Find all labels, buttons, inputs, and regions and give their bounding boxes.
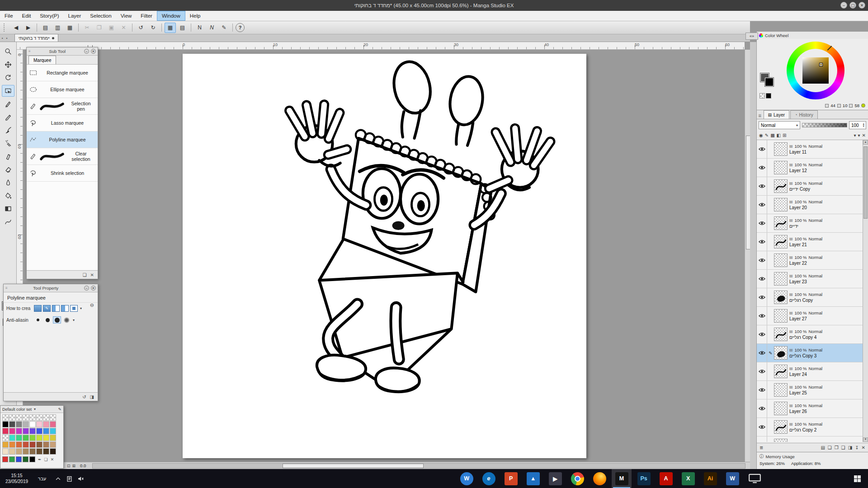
layer-row[interactable]: ▤100 %Normalידיים bbox=[757, 214, 868, 233]
color-set-header[interactable]: Default color set ▾ ✎ bbox=[0, 406, 63, 413]
pencil-tool[interactable] bbox=[2, 111, 14, 123]
menu-item-story-p[interactable]: Story(P) bbox=[35, 11, 63, 21]
menu-item-view[interactable]: View bbox=[116, 11, 137, 21]
color-swatch[interactable] bbox=[9, 448, 15, 455]
chevron-up-icon[interactable] bbox=[55, 476, 61, 482]
color-swatch[interactable] bbox=[9, 414, 15, 421]
menu-item-help[interactable]: Help bbox=[185, 11, 205, 21]
color-swatch[interactable] bbox=[50, 435, 56, 441]
visibility-eye-icon[interactable] bbox=[757, 251, 767, 269]
snap-grid-button[interactable]: ▤ bbox=[177, 23, 188, 33]
aa-weak-button[interactable] bbox=[43, 316, 52, 324]
color-swatch[interactable] bbox=[9, 441, 15, 448]
visibility-eye-icon[interactable] bbox=[757, 436, 767, 442]
visibility-eye-icon[interactable] bbox=[757, 307, 767, 325]
forward-button[interactable]: ▶ bbox=[23, 23, 34, 33]
move-tool[interactable] bbox=[2, 59, 14, 70]
quick-color-swatch[interactable] bbox=[16, 456, 22, 462]
maximize-button[interactable]: ▢ bbox=[849, 2, 856, 9]
taskbar-app-media-player[interactable]: ▶ bbox=[545, 469, 565, 488]
color-swatch[interactable] bbox=[43, 448, 49, 455]
color-swatch[interactable] bbox=[36, 414, 42, 421]
chevron-down-icon[interactable]: ▾ bbox=[854, 133, 856, 138]
color-swatch[interactable] bbox=[43, 421, 49, 427]
taskbar-app-photos[interactable]: ▲ bbox=[523, 469, 543, 488]
taskbar-app-illustrator[interactable]: Ai bbox=[700, 469, 720, 488]
sv-cursor[interactable] bbox=[820, 63, 822, 66]
color-swatch[interactable] bbox=[50, 448, 56, 455]
color-swatch[interactable] bbox=[43, 435, 49, 441]
canvas-viewport[interactable] bbox=[23, 50, 745, 462]
reset-settings-icon[interactable]: ↺ bbox=[82, 394, 86, 399]
rotate-canvas-tool[interactable] bbox=[2, 72, 14, 84]
layer-row[interactable]: ▤100 %NormalLayer 27 bbox=[757, 307, 868, 325]
color-swatch[interactable] bbox=[29, 441, 36, 448]
tool-property-titlebar[interactable]: ≡ Tool Property – ✕ bbox=[4, 284, 98, 292]
color-swatch[interactable] bbox=[36, 448, 42, 455]
color-wheel-header[interactable]: Color Wheel bbox=[757, 32, 868, 39]
layer-mask-icon[interactable]: ◨ bbox=[848, 445, 852, 450]
sub-tool-tab-marquee[interactable]: Marquee bbox=[28, 56, 56, 64]
black-swatch[interactable] bbox=[766, 93, 771, 99]
sub-tool-item-polyline-marquee[interactable]: Polyline marquee bbox=[27, 131, 98, 148]
magnifier-minus-icon[interactable]: ⊖ bbox=[90, 302, 94, 308]
color-swatch[interactable] bbox=[50, 421, 56, 427]
color-swatch[interactable] bbox=[50, 414, 56, 421]
foreground-background-colors[interactable] bbox=[760, 73, 774, 87]
color-swatch[interactable] bbox=[23, 441, 29, 448]
menu-item-layer[interactable]: Layer bbox=[64, 11, 86, 21]
taskbar-app-word-circle[interactable]: W bbox=[457, 469, 476, 488]
visibility-eye-icon[interactable] bbox=[757, 196, 767, 214]
visibility-eye-icon[interactable] bbox=[757, 381, 767, 399]
color-swatch[interactable] bbox=[2, 441, 9, 448]
canvas-horizontal-scrollbar[interactable] bbox=[92, 463, 745, 469]
create-mode-new-button[interactable] bbox=[34, 305, 42, 312]
opacity-spinner[interactable]: 100 ▲▼ bbox=[849, 121, 866, 129]
chevron-down-icon[interactable]: ▾ bbox=[34, 407, 36, 411]
fill-tool[interactable] bbox=[2, 190, 14, 202]
taskbar-app-chrome[interactable] bbox=[567, 469, 587, 488]
color-swatch[interactable] bbox=[2, 428, 9, 434]
transparent-color-selector[interactable] bbox=[760, 93, 771, 99]
layer-list-scrollbar[interactable]: ▲ ▼ bbox=[863, 140, 868, 442]
layer-row[interactable]: ▤100 %Normalרגליים Copy 4 bbox=[757, 325, 868, 344]
color-swatch[interactable] bbox=[23, 435, 29, 441]
color-swatch[interactable] bbox=[36, 441, 42, 448]
menu-item-file[interactable]: File bbox=[0, 11, 18, 21]
grid-view-icon[interactable]: ⊞ bbox=[72, 464, 76, 468]
color-swatch[interactable] bbox=[23, 428, 29, 434]
layer-row[interactable]: ▤100 %Normal bbox=[757, 436, 868, 442]
color-swatch[interactable] bbox=[16, 435, 22, 441]
tab-history[interactable]: ◔ History bbox=[790, 110, 818, 119]
layer-row[interactable]: ▤100 %NormalLayer 11 bbox=[757, 140, 868, 159]
color-swatch[interactable] bbox=[16, 414, 22, 421]
open-button[interactable]: ▥ bbox=[52, 23, 63, 33]
layer-row[interactable]: ▤100 %NormalLayer 26 bbox=[757, 399, 868, 418]
color-swatch[interactable] bbox=[50, 441, 56, 448]
color-swatch[interactable] bbox=[23, 414, 29, 421]
redo-button[interactable]: ↻ bbox=[147, 23, 159, 33]
panel-menu-icon[interactable]: ≣ bbox=[758, 113, 762, 118]
paste-button[interactable]: ▣ bbox=[106, 23, 117, 33]
chevron-down-icon[interactable]: ▾ bbox=[73, 318, 75, 322]
scrollbar-thumb[interactable] bbox=[283, 464, 424, 468]
color-swatch[interactable] bbox=[43, 414, 49, 421]
brush-tool[interactable] bbox=[2, 124, 14, 136]
aa-strong-button[interactable] bbox=[62, 316, 71, 324]
color-swatch[interactable] bbox=[2, 421, 9, 427]
snap-ruler-button[interactable]: ▦ bbox=[165, 23, 176, 33]
create-mode-select-button[interactable] bbox=[70, 305, 78, 312]
panel-close-button[interactable]: ✕ bbox=[91, 286, 96, 291]
color-swatch[interactable] bbox=[29, 448, 36, 455]
taskbar-app-word[interactable]: W bbox=[722, 469, 742, 488]
color-swatch[interactable] bbox=[16, 421, 22, 427]
layer-row[interactable]: ✎▤100 %Normalרגליים Copy 3 bbox=[757, 344, 868, 362]
layer-row[interactable]: ▤100 %NormalLayer 12 bbox=[757, 159, 868, 177]
register-settings-icon[interactable]: ◨ bbox=[90, 394, 94, 399]
visibility-eye-icon[interactable] bbox=[757, 233, 767, 251]
cut-button[interactable]: ✂ bbox=[81, 23, 93, 33]
saturation-value-square[interactable] bbox=[802, 57, 829, 84]
background-color-swatch[interactable] bbox=[765, 78, 774, 86]
delete-color-icon[interactable]: ✕ bbox=[51, 457, 54, 462]
undo-button[interactable]: ↺ bbox=[135, 23, 146, 33]
